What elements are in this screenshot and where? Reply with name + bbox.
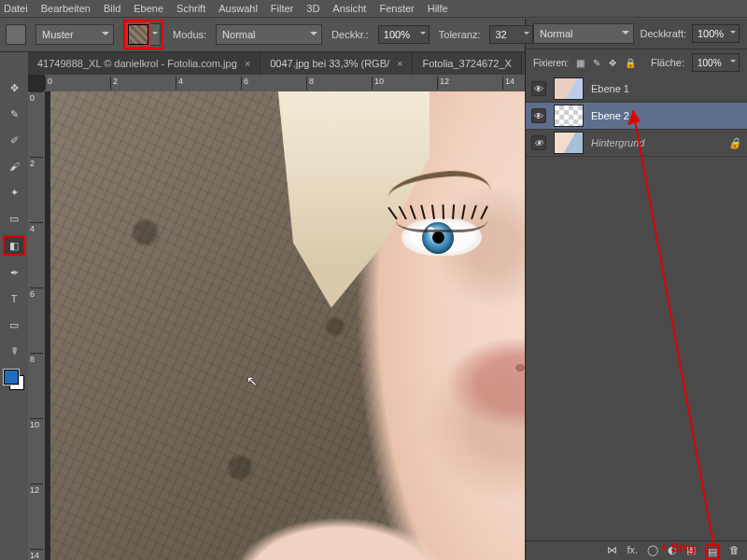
menu-fenster[interactable]: Fenster [379, 3, 414, 14]
document-tab[interactable]: 41749888_XL © danielkrol - Fotolia.com.j… [28, 52, 261, 75]
menu-bar: Datei Bearbeiten Bild Ebene Schrift Ausw… [0, 0, 747, 17]
document-tab[interactable]: 0047.jpg bei 33,3% (RGB/× [261, 52, 413, 75]
layer-row[interactable]: 👁 Hintergrund 🔒 [526, 130, 747, 157]
pattern-swatch-highlight [123, 20, 163, 49]
paint-bucket-tool-icon[interactable]: ◧ [3, 235, 25, 256]
document-tab[interactable]: Fotolia_3724672_X [413, 52, 521, 75]
pattern-picker-arrow-icon[interactable] [150, 23, 161, 46]
canvas[interactable]: ↖ [50, 91, 525, 560]
fill-input[interactable]: 100% [692, 53, 740, 72]
layer-thumbnail[interactable] [554, 132, 584, 154]
layers-footer: ⋈ fx. ◯ ◐ ▣ ▤ 🗑 [526, 540, 747, 560]
fill-label: Fläche: [651, 57, 684, 68]
layer-opacity-label: Deckkraft: [640, 28, 686, 39]
hand-tool-icon[interactable]: ☤ [4, 342, 24, 360]
move-tool-icon[interactable]: ✥ [4, 78, 24, 97]
visibility-toggle-icon[interactable]: 👁 [531, 81, 546, 96]
blend-mode-dropdown[interactable]: Normal [533, 23, 634, 44]
new-layer-icon[interactable]: ▤ [705, 544, 720, 560]
canvas-image [50, 91, 525, 560]
document-tabs: 41749888_XL © danielkrol - Fotolia.com.j… [28, 52, 525, 75]
lock-brush-icon[interactable]: ✎ [593, 56, 601, 69]
ruler-vertical[interactable]: 0 2 4 6 8 10 12 14 [28, 91, 46, 560]
lasso-tool-icon[interactable]: ✎ [4, 105, 24, 123]
fill-type-dropdown[interactable]: Muster [35, 24, 114, 45]
lock-icon: 🔒 [728, 137, 741, 149]
menu-schrift[interactable]: Schrift [176, 3, 205, 14]
layer-name[interactable]: Hintergrund [591, 137, 644, 148]
menu-bild[interactable]: Bild [104, 3, 120, 14]
link-layers-icon[interactable]: ⋈ [607, 544, 617, 560]
tolerance-label: Toleranz: [439, 29, 481, 40]
brush-tool-icon[interactable]: 🖌 [4, 157, 24, 175]
mode-label: Modus: [173, 29, 206, 40]
mode-dropdown[interactable]: Normal [216, 24, 322, 45]
layer-thumbnail[interactable] [554, 77, 584, 100]
menu-ebene[interactable]: Ebene [134, 3, 163, 14]
layer-row[interactable]: 👁 Ebene 2 [526, 103, 747, 130]
ruler-frame: 0 2 4 6 8 10 12 14 0 2 4 6 8 10 12 14 [28, 75, 525, 560]
foreground-color-swatch[interactable] [4, 370, 19, 385]
layer-thumbnail[interactable] [554, 105, 584, 127]
lock-position-icon[interactable]: ✥ [609, 56, 617, 69]
pattern-swatch[interactable] [126, 22, 150, 47]
lock-pixels-icon[interactable]: ▦ [576, 56, 585, 69]
annotation-text: + Strg. [660, 540, 698, 554]
layer-fx-icon[interactable]: fx. [627, 544, 638, 560]
visibility-toggle-icon[interactable]: 👁 [531, 108, 546, 123]
pen-tool-icon[interactable]: ✒ [4, 263, 24, 282]
layer-mask-icon[interactable]: ◯ [647, 544, 658, 560]
close-icon[interactable]: × [245, 58, 250, 69]
lock-all-icon[interactable]: 🔒 [625, 56, 636, 69]
gradient-tool-icon[interactable]: ▭ [4, 209, 24, 228]
eyedropper-tool-icon[interactable]: ✐ [4, 131, 24, 149]
layer-opacity-input[interactable]: 100% [692, 24, 740, 43]
rectangle-tool-icon[interactable]: ▭ [4, 315, 24, 334]
visibility-toggle-icon[interactable]: 👁 [531, 135, 546, 150]
menu-auswahl[interactable]: Auswahl [218, 3, 258, 14]
tolerance-input[interactable]: 32 [489, 25, 533, 44]
layer-name[interactable]: Ebene 2 [591, 110, 629, 121]
tool-palette: ✥ ✎ ✐ 🖌 ✦ ▭ ◧ ✒ T ▭ ☤ [0, 52, 28, 560]
type-tool-icon[interactable]: T [4, 289, 24, 308]
lock-label: Fixieren: [533, 58, 569, 68]
menu-bearbeiten[interactable]: Bearbeiten [41, 3, 91, 14]
stamp-tool-icon[interactable]: ✦ [4, 183, 24, 202]
menu-filter[interactable]: Filter [271, 3, 293, 14]
menu-hilfe[interactable]: Hilfe [428, 3, 448, 14]
close-icon[interactable]: × [397, 58, 402, 69]
menu-ansicht[interactable]: Ansicht [332, 3, 366, 14]
color-swatches[interactable] [4, 370, 24, 390]
cursor-icon: ↖ [247, 373, 258, 388]
ruler-horizontal[interactable]: 0 2 4 6 8 10 12 14 [45, 75, 525, 92]
tool-indicator-icon[interactable] [6, 24, 26, 45]
opacity-input[interactable]: 100% [378, 25, 430, 44]
layers-list: 👁 Ebene 1 👁 Ebene 2 👁 Hintergrund 🔒 [526, 76, 747, 540]
layer-row[interactable]: 👁 Ebene 1 [526, 76, 747, 103]
layers-panel: Normal Deckkraft: 100% Fixieren: ▦ ✎ ✥ 🔒… [525, 19, 747, 560]
layer-name[interactable]: Ebene 1 [591, 83, 629, 94]
opacity-label: Deckkr.: [331, 29, 369, 40]
document-area: 41749888_XL © danielkrol - Fotolia.com.j… [28, 52, 525, 560]
delete-layer-icon[interactable]: 🗑 [729, 544, 740, 560]
menu-datei[interactable]: Datei [4, 3, 28, 14]
menu-3d[interactable]: 3D [306, 3, 319, 14]
